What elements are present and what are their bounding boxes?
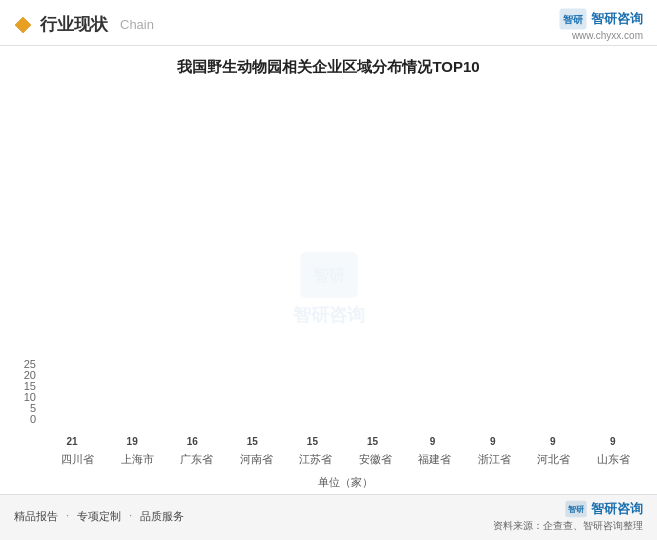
footer-logo-row: 智研 智研咨询 bbox=[565, 500, 643, 518]
bar-value-label: 15 bbox=[247, 436, 258, 447]
footer-source: 资料来源：企查查、智研咨询整理 bbox=[493, 519, 643, 533]
bar-value-label: 16 bbox=[187, 436, 198, 447]
x-labels-row: 四川省上海市广东省河南省江苏省安徽省福建省浙江省河北省山东省 bbox=[48, 449, 643, 473]
diamond-icon bbox=[14, 16, 32, 34]
y-axis: 2520151050 bbox=[14, 359, 42, 449]
x-label: 安徽省 bbox=[346, 449, 406, 473]
unit-label: 单位（家） bbox=[48, 475, 643, 490]
footer: 精品报告·专项定制·品质服务 智研 智研咨询 资料来源：企查查、智研咨询整理 bbox=[0, 494, 657, 540]
logo-url: www.chyxx.com bbox=[572, 30, 643, 41]
y-tick: 0 bbox=[30, 414, 36, 425]
logo-box: 智研 智研咨询 bbox=[559, 8, 643, 30]
logo-name: 智研咨询 bbox=[591, 10, 643, 28]
page-wrapper: 行业现状 Chain 智研 智研咨询 www.chyxx.com 我国野生动物园… bbox=[0, 0, 657, 540]
x-label: 河南省 bbox=[227, 449, 287, 473]
bar-value-label: 15 bbox=[367, 436, 378, 447]
header-right: 智研 智研咨询 www.chyxx.com bbox=[559, 8, 643, 41]
chart-section: 我国野生动物园相关企业区域分布情况TOP10 智研 智研咨询 252015105… bbox=[0, 46, 657, 494]
footer-item: 品质服务 bbox=[140, 509, 184, 524]
header: 行业现状 Chain 智研 智研咨询 www.chyxx.com bbox=[0, 0, 657, 46]
x-label: 浙江省 bbox=[465, 449, 525, 473]
header-subtitle: Chain bbox=[120, 17, 154, 32]
chart-area: 智研 智研咨询 2520151050 2119161515159999 四川省上… bbox=[14, 87, 643, 490]
chart-title: 我国野生动物园相关企业区域分布情况TOP10 bbox=[14, 58, 643, 77]
bar-value-label: 21 bbox=[66, 436, 77, 447]
chart-inner: 2520151050 2119161515159999 bbox=[14, 87, 643, 449]
footer-right: 智研 智研咨询 资料来源：企查查、智研咨询整理 bbox=[493, 500, 643, 533]
bar-value-label: 9 bbox=[610, 436, 616, 447]
bar-value-label: 15 bbox=[307, 436, 318, 447]
x-label: 江苏省 bbox=[286, 449, 346, 473]
footer-logo-icon: 智研 bbox=[565, 500, 587, 518]
svg-text:智研: 智研 bbox=[567, 505, 585, 514]
bar-value-label: 9 bbox=[490, 436, 496, 447]
x-label: 广东省 bbox=[167, 449, 227, 473]
footer-separator: · bbox=[129, 509, 132, 524]
x-label: 河北省 bbox=[524, 449, 584, 473]
svg-marker-0 bbox=[15, 17, 31, 33]
svg-text:智研: 智研 bbox=[562, 14, 584, 25]
bar-value-label: 19 bbox=[127, 436, 138, 447]
footer-item: 精品报告 bbox=[14, 509, 58, 524]
bar-value-label: 9 bbox=[550, 436, 556, 447]
x-label: 四川省 bbox=[48, 449, 108, 473]
footer-logo-name: 智研咨询 bbox=[591, 500, 643, 518]
bar-value-label: 9 bbox=[430, 436, 436, 447]
header-left: 行业现状 Chain bbox=[14, 13, 154, 36]
header-title: 行业现状 bbox=[40, 13, 108, 36]
x-label: 山东省 bbox=[584, 449, 644, 473]
footer-left: 精品报告·专项定制·品质服务 bbox=[14, 509, 184, 524]
footer-separator: · bbox=[66, 509, 69, 524]
x-label: 上海市 bbox=[108, 449, 168, 473]
x-label: 福建省 bbox=[405, 449, 465, 473]
logo-icon: 智研 bbox=[559, 8, 587, 30]
footer-item: 专项定制 bbox=[77, 509, 121, 524]
